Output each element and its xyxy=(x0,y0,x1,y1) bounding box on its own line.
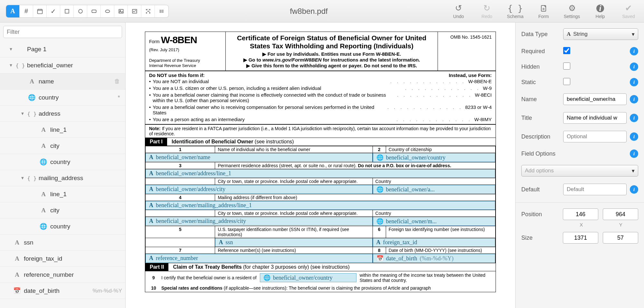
form-sub2: ▶ Go to www.irs.gov/FormW8BEN for instru… xyxy=(229,57,434,63)
rounded-rect-icon xyxy=(91,8,97,14)
chevron-down-icon: ▾ xyxy=(632,168,635,174)
static-checkbox[interactable] xyxy=(563,78,570,85)
tree-row-country[interactable]: 🌐country xyxy=(0,154,125,170)
tree-row-name[interactable]: Aname🗑 xyxy=(0,73,125,90)
default-input[interactable] xyxy=(563,184,627,195)
type-image-button[interactable] xyxy=(114,5,128,17)
svg-rect-15 xyxy=(159,10,160,13)
type-date-button[interactable] xyxy=(33,5,47,17)
field-country[interactable]: 🌐beneficial_owner/country xyxy=(373,153,495,162)
instead-label: Instead, use Form: xyxy=(449,72,492,78)
barcode-icon xyxy=(158,8,165,14)
calendar-icon xyxy=(37,8,43,14)
field-name[interactable]: Abeneficial_owner/name xyxy=(146,153,373,162)
size-w-input[interactable] xyxy=(563,232,598,244)
data-type-label: Data Type xyxy=(521,31,560,38)
field-mail-line1[interactable]: Abeneficial_owner/mailing_address/line_1 xyxy=(146,201,495,210)
tree-row-date_of_birth[interactable]: 📅date_of_birth%m-%d-%Y xyxy=(0,283,125,299)
tree-row-city[interactable]: Acity xyxy=(0,138,125,154)
info-icon[interactable]: i xyxy=(630,149,638,158)
redo-button[interactable]: ↻Redo xyxy=(477,4,497,19)
field-addr-line1[interactable]: Abeneficial_owner/address/line_1 xyxy=(146,169,495,178)
part2-label: Part II xyxy=(145,263,168,271)
document-title: fw8ben.pdf xyxy=(169,7,449,16)
svg-rect-13 xyxy=(149,11,150,12)
tree-row-country[interactable]: 🌐country* xyxy=(0,90,125,106)
svg-rect-11 xyxy=(147,9,148,10)
type-square-button[interactable] xyxy=(60,5,74,17)
info-icon[interactable]: i xyxy=(630,132,638,141)
hidden-checkbox[interactable] xyxy=(563,63,570,70)
info-icon[interactable]: i xyxy=(630,78,638,86)
tree-row-foreign_tax_id[interactable]: Aforeign_tax_id xyxy=(0,251,125,267)
type-barcode-button[interactable] xyxy=(155,5,168,17)
schema-button[interactable]: { }Schema xyxy=(506,4,525,19)
tree-row-ssn[interactable]: Assn xyxy=(0,235,125,251)
help-button[interactable]: iHelp xyxy=(591,4,610,19)
tree-row-beneficial_owner[interactable]: ▼beneficial_owner xyxy=(0,57,125,73)
tree-row-country[interactable]: 🌐country xyxy=(0,218,125,235)
row-9: 9 I certify that the beneficial owner is… xyxy=(145,271,496,284)
svg-rect-14 xyxy=(149,12,150,13)
info-icon[interactable]: i xyxy=(630,47,638,55)
field-ref[interactable]: Areference_number xyxy=(146,254,373,263)
type-qr-button[interactable] xyxy=(141,5,155,17)
part1-label: Part I xyxy=(145,138,167,146)
pos-x-input[interactable] xyxy=(563,208,598,220)
hidden-label: Hidden xyxy=(521,63,560,70)
trash-icon[interactable]: 🗑 xyxy=(112,78,122,85)
field-addr-country[interactable]: 🌐beneficial_owner/a... xyxy=(373,185,495,194)
document-canvas[interactable]: Form W-8BEN (Rev. July 2017) Department … xyxy=(126,23,515,308)
string-icon: A xyxy=(149,154,153,161)
type-signature-button[interactable] xyxy=(128,5,141,17)
field-ftax[interactable]: Aforeign_tax_id xyxy=(373,238,495,247)
info-icon: i xyxy=(596,4,604,13)
circle-icon xyxy=(77,8,84,14)
name-label: Name xyxy=(521,96,560,103)
axis-y-label: Y xyxy=(603,222,638,227)
data-type-select[interactable]: AString▾ xyxy=(563,28,638,40)
tree-row-line_1[interactable]: Aline_1 xyxy=(0,186,125,202)
tree-row-address[interactable]: ▼address xyxy=(0,106,125,122)
form-button[interactable]: Form xyxy=(534,4,553,19)
type-ellipse-button[interactable] xyxy=(101,5,114,17)
tree-row-Page 1[interactable]: ▼Page 1 xyxy=(0,41,125,57)
tree-row-mailing_address[interactable]: ▼mailing_address xyxy=(0,170,125,186)
type-number-button[interactable]: # xyxy=(20,5,33,17)
name-input[interactable] xyxy=(563,93,627,105)
field-dob[interactable]: 📅date_of_birth (%m-%d-%Y) xyxy=(373,254,495,263)
field-addr-city[interactable]: Abeneficial_owner/address/city xyxy=(146,185,373,194)
settings-button[interactable]: ⚙Settings xyxy=(562,4,582,19)
field-mail-country[interactable]: 🌐beneficial_owner/m... xyxy=(373,217,495,226)
type-circle-button[interactable] xyxy=(74,5,87,17)
info-icon[interactable]: i xyxy=(630,63,638,71)
part2-title: Claim of Tax Treaty Benefits (for chapte… xyxy=(168,264,349,270)
top-toolbar: A # ✓ fw8ben.pdf ↺Undo ↻Redo { }Schema F… xyxy=(0,0,644,23)
filter-input[interactable] xyxy=(3,26,122,38)
globe-icon: 🌐 xyxy=(376,218,384,225)
pos-y-input[interactable] xyxy=(603,208,638,220)
tree-row-city[interactable]: Acity xyxy=(0,202,125,218)
do-not-use-label: Do NOT use this form if: xyxy=(149,72,205,78)
qr-icon xyxy=(145,8,151,14)
tree-row-reference_number[interactable]: Areference_number xyxy=(0,267,125,283)
form-icon xyxy=(540,4,547,13)
type-check-button[interactable]: ✓ xyxy=(47,5,60,17)
info-icon[interactable]: i xyxy=(630,95,638,103)
type-rounded-button[interactable] xyxy=(87,5,101,17)
desc-input[interactable] xyxy=(563,131,627,142)
title-input[interactable] xyxy=(563,112,627,124)
required-checkbox[interactable] xyxy=(563,47,570,54)
field-ssn[interactable]: Assn xyxy=(215,238,372,247)
field-bo-country2[interactable]: 🌐beneficial_owner/country xyxy=(260,273,356,282)
options-select[interactable]: Add options▾ xyxy=(521,165,638,177)
info-icon[interactable]: i xyxy=(630,185,638,194)
undo-button[interactable]: ↺Undo xyxy=(449,4,468,19)
static-label: Static xyxy=(521,79,560,86)
tree-row-line_1[interactable]: Aline_1 xyxy=(0,122,125,138)
field-mail-city[interactable]: Abeneficial_owner/mailing_address/city xyxy=(146,217,373,226)
info-icon[interactable]: i xyxy=(630,114,638,122)
svg-rect-17 xyxy=(161,10,162,13)
type-string-button[interactable]: A xyxy=(6,5,20,17)
size-h-input[interactable] xyxy=(603,232,638,244)
